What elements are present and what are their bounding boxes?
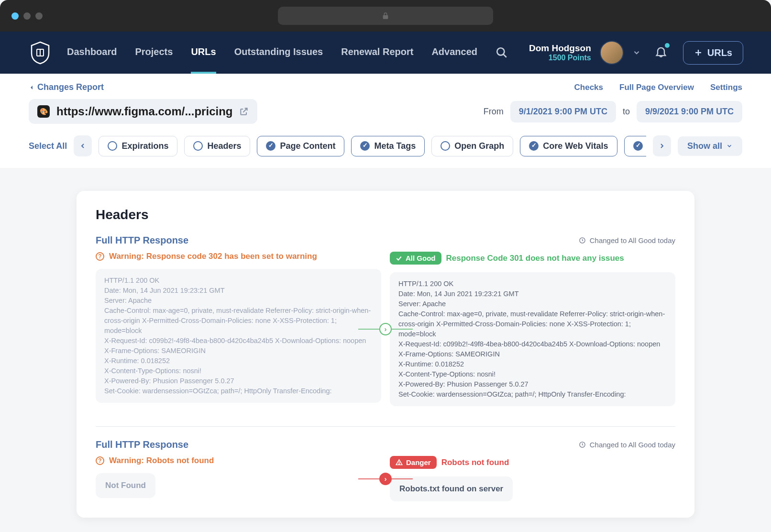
user-menu-toggle[interactable] — [632, 48, 641, 57]
chevron-left-icon — [29, 85, 34, 90]
nav-outstanding-issues[interactable]: Outstanding Issues — [234, 46, 323, 59]
from-date[interactable]: 9/1/2021 9:00 PM UTC — [510, 101, 616, 122]
chip-page-content-2[interactable]: Page Content — [624, 136, 646, 156]
diff-arrow-1: › — [358, 323, 413, 335]
subheader: Changes Report Checks Full Page Overview… — [0, 74, 771, 168]
chip-expirations[interactable]: Expirations — [99, 136, 177, 156]
scroll-left[interactable] — [74, 135, 92, 156]
chip-label: Expirations — [121, 141, 168, 151]
chip-page-content[interactable]: Page Content — [257, 136, 344, 156]
to-label: to — [623, 107, 630, 117]
notifications-button[interactable] — [654, 45, 668, 60]
warning-text-1: Warning: Response code 302 has been set … — [109, 252, 317, 261]
check-icon — [529, 141, 539, 151]
nav-urls[interactable]: URLs — [191, 46, 216, 59]
warning-icon: ? — [96, 252, 104, 261]
to-date[interactable]: 9/9/2021 9:00 PM UTC — [637, 101, 742, 122]
chip-open-graph[interactable]: Open Graph — [431, 136, 513, 156]
changed-text: Changed to All Good today — [590, 236, 675, 244]
not-found-box: Not Found — [96, 473, 155, 498]
danger-text: Robots not found — [441, 458, 509, 467]
chevron-left-icon — [79, 142, 87, 150]
search-icon — [496, 46, 508, 59]
link-checks[interactable]: Checks — [574, 83, 603, 92]
add-urls-label: URLs — [707, 47, 732, 58]
url-text: https://www.figma.com/...pricing — [56, 105, 232, 118]
all-good-badge: All Good — [390, 252, 441, 265]
content-area: Headers Full HTTP Response Changed to Al… — [0, 168, 771, 532]
divider — [96, 426, 675, 427]
nav-dashboard[interactable]: Dashboard — [67, 46, 117, 59]
select-all[interactable]: Select All — [29, 141, 67, 151]
right-pane-2: Danger Robots not found Robots.txt found… — [390, 456, 675, 501]
back-link[interactable]: Changes Report — [29, 82, 104, 92]
http-response-right: HTTP/1.1 200 OK Date: Mon, 14 Jun 2021 1… — [390, 272, 675, 406]
check-icon — [633, 141, 643, 151]
radio-icon — [441, 141, 450, 151]
nav-renewal-report[interactable]: Renewal Report — [341, 46, 413, 59]
window-dot-2[interactable] — [23, 12, 31, 20]
avatar[interactable] — [600, 41, 624, 65]
good-text-1: Response Code 301 does not have any issu… — [446, 254, 624, 263]
nav-projects[interactable]: Projects — [135, 46, 173, 59]
check-icon — [266, 141, 275, 151]
add-urls-button[interactable]: URLs — [683, 41, 743, 65]
chevron-down-icon — [726, 143, 733, 149]
svg-point-0 — [497, 48, 504, 55]
check-icon — [360, 141, 370, 151]
link-settings[interactable]: Settings — [710, 83, 742, 92]
search-button[interactable] — [496, 46, 508, 59]
back-link-label: Changes Report — [37, 82, 104, 92]
show-all-button[interactable]: Show all — [678, 136, 742, 156]
main-nav: Dashboard Projects URLs Outstanding Issu… — [0, 32, 771, 74]
user-info: Dom Hodgson 1500 Points — [529, 43, 591, 62]
warning-text-2: Warning: Robots not found — [109, 456, 214, 466]
alert-icon — [396, 459, 403, 466]
scroll-right[interactable] — [653, 135, 671, 156]
chip-label: Meta Tags — [374, 141, 416, 151]
chip-label: Page Content — [280, 141, 335, 151]
link-full-page-overview[interactable]: Full Page Overview — [619, 83, 694, 92]
section-title-2: Full HTTP Response — [96, 439, 188, 450]
changed-note-1: Changed to All Good today — [579, 236, 675, 244]
figma-icon: 🎨 — [37, 105, 50, 118]
radio-icon — [108, 141, 117, 151]
danger-badge: Danger — [390, 456, 437, 469]
user-name: Dom Hodgson — [529, 43, 591, 54]
svg-marker-4 — [31, 86, 33, 89]
arrow-right-icon: › — [379, 473, 392, 485]
left-pane-2: ? Warning: Robots not found Not Found — [96, 456, 381, 501]
notification-dot — [665, 43, 670, 48]
window-dot-1[interactable] — [11, 12, 19, 20]
chip-headers[interactable]: Headers — [184, 136, 250, 156]
lock-icon — [382, 12, 389, 20]
diff-arrow-2: › — [358, 473, 413, 485]
from-label: From — [484, 107, 504, 117]
chip-core-web-vitals[interactable]: Core Web Vitals — [520, 136, 617, 156]
nav-advanced[interactable]: Advanced — [431, 46, 477, 59]
url-chip[interactable]: 🎨 https://www.figma.com/...pricing — [29, 99, 257, 124]
window-dot-3[interactable] — [35, 12, 43, 20]
card-heading: Headers — [96, 207, 675, 222]
plus-icon — [694, 48, 703, 57]
svg-point-8 — [399, 464, 399, 464]
external-link-icon[interactable] — [239, 107, 249, 116]
chevron-down-icon — [632, 48, 641, 57]
address-bar[interactable] — [278, 7, 493, 25]
chip-meta-tags[interactable]: Meta Tags — [351, 136, 425, 156]
warning-icon: ? — [96, 456, 104, 465]
sub-links: Checks Full Page Overview Settings — [574, 83, 742, 92]
badge-label: Danger — [406, 458, 431, 466]
show-all-label: Show all — [687, 141, 722, 151]
clock-icon — [579, 237, 586, 244]
radio-icon — [193, 141, 203, 151]
shield-logo-icon — [30, 41, 51, 65]
chip-label: Core Web Vitals — [543, 141, 608, 151]
nav-items: Dashboard Projects URLs Outstanding Issu… — [67, 46, 508, 59]
left-pane-1: ? Warning: Response code 302 has been se… — [96, 252, 381, 406]
chip-label: Open Graph — [454, 141, 504, 151]
http-response-left: HTTP/1.1 200 OK Date: Mon, 14 Jun 2021 1… — [96, 269, 381, 403]
logo[interactable] — [30, 41, 51, 65]
headers-card: Headers Full HTTP Response Changed to Al… — [77, 191, 694, 518]
filter-chips: Expirations Headers Page Content Meta Ta… — [99, 136, 646, 156]
